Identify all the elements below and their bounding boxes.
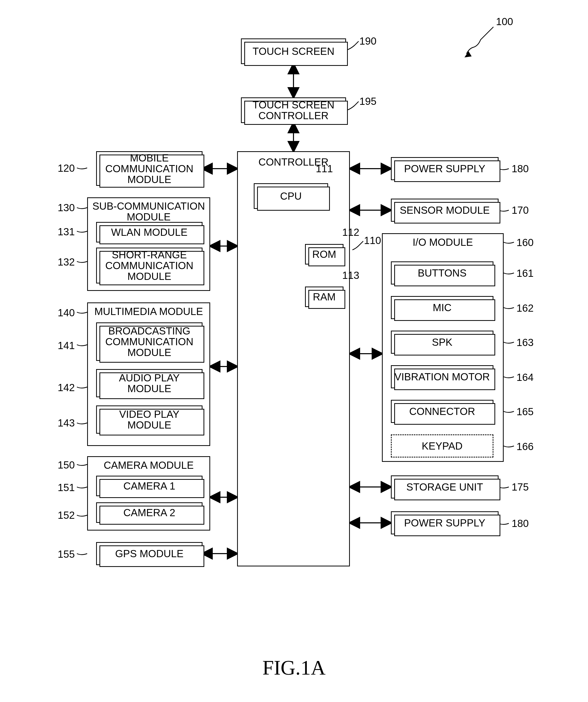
connector-label: CONNECTOR bbox=[409, 406, 475, 417]
rom-box: ROM bbox=[305, 244, 343, 264]
power-supply-top-label: POWER SUPPLY bbox=[404, 163, 485, 174]
power-supply-bottom-box: POWER SUPPLY bbox=[391, 511, 498, 535]
keypad-label: KEYPAD bbox=[422, 441, 462, 451]
gps-label: GPS MODULE bbox=[115, 548, 184, 559]
figure-caption: FIG.1A bbox=[0, 656, 588, 680]
video-ref: 143 bbox=[58, 417, 75, 429]
spk-ref: 163 bbox=[516, 337, 534, 348]
mic-box: MIC bbox=[391, 296, 493, 319]
io-title: I/O MODULE bbox=[383, 237, 503, 248]
ram-ref: 113 bbox=[342, 270, 359, 281]
mic-ref: 162 bbox=[516, 303, 534, 314]
short-range-ref: 132 bbox=[58, 256, 75, 268]
broadcast-label: BROADCASTING COMMUNICATION MODULE bbox=[98, 326, 200, 358]
io-ref: 160 bbox=[516, 237, 534, 248]
audio-ref: 142 bbox=[58, 382, 75, 393]
ram-label: RAM bbox=[313, 291, 336, 302]
vibration-label: VIBRATION MOTOR bbox=[394, 371, 490, 382]
camera-title: CAMERA MODULE bbox=[88, 460, 209, 471]
power-supply-bottom-ref: 180 bbox=[511, 518, 529, 529]
sub-comm-title: SUB-COMMUNICATION MODULE bbox=[88, 201, 209, 222]
power-supply-top-ref: 180 bbox=[511, 163, 529, 174]
wlan-label: WLAN MODULE bbox=[111, 227, 188, 238]
camera-ref: 150 bbox=[58, 459, 75, 471]
gps-ref: 155 bbox=[58, 549, 75, 560]
broadcast-box: BROADCASTING COMMUNICATION MODULE bbox=[96, 323, 203, 361]
gps-box: GPS MODULE bbox=[96, 542, 203, 565]
cpu-label: CPU bbox=[280, 191, 302, 202]
audio-label: AUDIO PLAY MODULE bbox=[98, 372, 200, 394]
touch-screen-ref: 190 bbox=[359, 35, 376, 47]
video-label: VIDEO PLAY MODULE bbox=[98, 409, 200, 430]
storage-ref: 175 bbox=[511, 481, 529, 493]
vibration-ref: 164 bbox=[516, 372, 534, 383]
overall-ref: 100 bbox=[496, 16, 513, 27]
cpu-box: CPU bbox=[254, 183, 328, 209]
camera2-label: CAMERA 2 bbox=[123, 507, 175, 518]
power-supply-bottom-label: POWER SUPPLY bbox=[404, 517, 485, 528]
rom-ref: 112 bbox=[342, 227, 359, 238]
mobile-comm-ref: 120 bbox=[58, 162, 75, 174]
spk-box: SPK bbox=[391, 331, 493, 354]
cpu-ref: 111 bbox=[316, 163, 333, 174]
camera1-box: CAMERA 1 bbox=[96, 476, 203, 496]
touch-screen-label: TOUCH SCREEN bbox=[252, 46, 334, 56]
storage-label: STORAGE UNIT bbox=[406, 482, 483, 492]
sub-comm-ref: 130 bbox=[58, 202, 75, 214]
touch-screen-controller-label: TOUCH SCREEN CONTROLLER bbox=[243, 99, 344, 121]
multimedia-ref: 140 bbox=[58, 307, 75, 319]
wlan-box: WLAN MODULE bbox=[96, 222, 203, 242]
camera2-box: CAMERA 2 bbox=[96, 502, 203, 523]
rom-label: ROM bbox=[312, 249, 336, 260]
broadcast-ref: 141 bbox=[58, 340, 75, 351]
ram-box: RAM bbox=[305, 286, 343, 307]
buttons-ref: 161 bbox=[516, 267, 534, 279]
wlan-ref: 131 bbox=[58, 226, 75, 238]
spk-label: SPK bbox=[432, 337, 452, 348]
controller-ref: 110 bbox=[364, 235, 381, 246]
buttons-box: BUTTONS bbox=[391, 261, 493, 284]
sensor-box: SENSOR MODULE bbox=[391, 199, 498, 222]
storage-box: STORAGE UNIT bbox=[391, 475, 498, 498]
connector-box: CONNECTOR bbox=[391, 400, 493, 423]
camera1-label: CAMERA 1 bbox=[123, 481, 175, 491]
camera1-ref: 151 bbox=[58, 482, 75, 493]
touch-screen-box: TOUCH SCREEN bbox=[241, 38, 346, 64]
sensor-ref: 170 bbox=[511, 205, 529, 216]
buttons-label: BUTTONS bbox=[418, 267, 467, 278]
short-range-box: SHORT-RANGE COMMUNICATION MODULE bbox=[96, 248, 203, 283]
multimedia-title: MULTIMEDIA MODULE bbox=[88, 306, 209, 317]
power-supply-top-box: POWER SUPPLY bbox=[391, 157, 498, 180]
controller-box: CONTROLLER bbox=[237, 151, 350, 566]
mic-label: MIC bbox=[433, 302, 451, 313]
keypad-box: KEYPAD bbox=[391, 435, 493, 458]
video-box: VIDEO PLAY MODULE bbox=[96, 405, 203, 434]
touch-screen-controller-box: TOUCH SCREEN CONTROLLER bbox=[241, 97, 346, 123]
camera2-ref: 152 bbox=[58, 509, 75, 521]
mobile-comm-box: MOBILE COMMUNICATION MODULE bbox=[96, 151, 203, 186]
short-range-label: SHORT-RANGE COMMUNICATION MODULE bbox=[98, 249, 200, 282]
touch-screen-controller-ref: 195 bbox=[359, 96, 376, 107]
sensor-label: SENSOR MODULE bbox=[399, 205, 490, 216]
vibration-box: VIBRATION MOTOR bbox=[391, 365, 493, 388]
connector-ref: 165 bbox=[516, 406, 534, 418]
audio-box: AUDIO PLAY MODULE bbox=[96, 369, 203, 397]
mobile-comm-label: MOBILE COMMUNICATION MODULE bbox=[98, 152, 200, 185]
keypad-ref: 166 bbox=[516, 441, 534, 452]
